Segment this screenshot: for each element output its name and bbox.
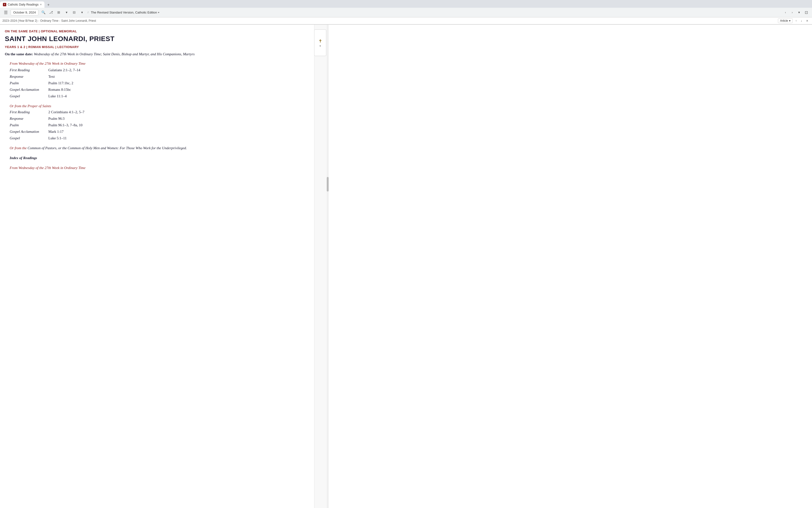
reading-row: Gospel Acclamation Romans 8:15bc (10, 88, 307, 92)
browser-toolbar: ☰ October 9, 2024 🔍 ⎇ ⊞ ▾ ⊟ ▾ // The Rev… (0, 8, 812, 17)
nav-widget: ✝ ▼ (314, 30, 326, 56)
or-from-common: Or from the Common of Pastors, or the Co… (10, 146, 307, 150)
bottom-section-title: From Wednesday of the 27th Week in Ordin… (10, 166, 307, 170)
reading-row: Response Psalm 96:3 (10, 117, 307, 121)
label-first-reading-1: First Reading (10, 68, 48, 72)
value-response-2: Psalm 96:3 (48, 117, 65, 121)
article-nav-up[interactable]: ↑ (794, 18, 799, 23)
label-response-2: Response (10, 117, 48, 121)
section-1-title: From Wednesday of the 27th Week in Ordin… (10, 61, 307, 66)
nav-forward-button[interactable]: › (789, 10, 795, 15)
value-gospel-2: Luke 5:1–11 (48, 136, 67, 140)
reading-row: Psalm Psalm 117:1bc, 2 (10, 81, 307, 85)
nav-widget-label: ▼ (319, 45, 321, 47)
share-button[interactable]: ⎇ (48, 9, 54, 16)
version-selector[interactable]: The Revised Standard Version, Catholic E… (91, 11, 159, 14)
content-area: ON THE SAME DATE | OPTIONAL MEMORIAL SAI… (0, 25, 314, 508)
breadcrumb-saint[interactable]: Saint John Leonardi, Priest (61, 19, 96, 23)
tab-close-button[interactable]: × (40, 3, 42, 6)
tab-title: Catholic Daily Readings (8, 3, 38, 6)
label-response-1: Response (10, 75, 48, 79)
toolbar-icons: 🔍 ⎇ ⊞ ▾ ⊟ ▾ (40, 9, 85, 16)
toolbar-right: ‹ › ▾ ⊡ (782, 9, 810, 16)
columns-button[interactable]: ⊟ (71, 9, 78, 16)
section-proper-of-saints: Or from the Proper of Saints First Readi… (10, 104, 307, 140)
breadcrumb-sep-2: › (60, 19, 61, 22)
layout-toggle-button[interactable]: ⊡ (803, 9, 810, 16)
article-close-button[interactable]: × (805, 18, 810, 23)
toolbar-separator: // (87, 11, 89, 14)
browser-chrome: ✝ Catholic Daily Readings × + ☰ October … (0, 0, 812, 25)
view-button[interactable]: ⊞ (55, 9, 62, 16)
section-wednesday: From Wednesday of the 27th Week in Ordin… (10, 61, 307, 98)
breadcrumb-ordinary[interactable]: Ordinary Time (40, 19, 58, 23)
reading-row: First Reading 2 Corinthians 4:1–2, 5–7 (10, 110, 307, 114)
value-gospel-acclamation-1: Romans 8:15bc (48, 88, 71, 92)
version-text: The Revised Standard Version, Catholic E… (91, 11, 157, 14)
hamburger-icon: ☰ (4, 10, 8, 15)
label-gospel-acclamation-2: Gospel Acclamation (10, 130, 48, 134)
article-label: Article (780, 19, 788, 23)
reading-row: Psalm Psalm 96:1–3, 7–8a, 10 (10, 123, 307, 127)
or-from-prefix: Or from the (10, 146, 28, 150)
search-button[interactable]: 🔍 (40, 9, 47, 16)
value-psalm-2: Psalm 96:1–3, 7–8a, 10 (48, 123, 82, 127)
reading-row: Response Text (10, 75, 307, 79)
or-from-common-text: Common of Pastors, or the Common of Holy… (28, 146, 187, 150)
reading-row: Gospel Acclamation Mark 1:17 (10, 130, 307, 134)
breadcrumb-sep-1: › (38, 19, 39, 22)
label-gospel-acclamation-1: Gospel Acclamation (10, 88, 48, 92)
value-first-reading-2: 2 Corinthians 4:1–2, 5–7 (48, 110, 84, 114)
label-first-reading-2: First Reading (10, 110, 48, 114)
columns-dropdown[interactable]: ▾ (79, 9, 85, 16)
same-date-text: On the same date: Wednesday of the 27th … (5, 52, 307, 56)
date-display[interactable]: October 9, 2024 (11, 9, 38, 15)
label-gospel-1: Gospel (10, 94, 48, 98)
nav-dropdown-button[interactable]: ▾ (796, 10, 802, 15)
menu-button[interactable]: ☰ (2, 9, 9, 16)
label-psalm-1: Psalm (10, 81, 48, 85)
memorial-label: ON THE SAME DATE | OPTIONAL MEMORIAL (5, 30, 307, 33)
value-psalm-1: Psalm 117:1bc, 2 (48, 81, 73, 85)
favicon-cross-icon: ✝ (4, 3, 6, 6)
nav-widget-cross-icon: ✝ (318, 38, 322, 44)
tab-bar: ✝ Catholic Daily Readings × + (0, 0, 812, 8)
scrollbar-track[interactable] (327, 25, 329, 508)
new-tab-button[interactable]: + (45, 2, 51, 8)
value-gospel-acclamation-2: Mark 1:17 (48, 130, 64, 134)
breadcrumb-bar: 2023–2024 (Year B/Year 2) › Ordinary Tim… (0, 17, 812, 25)
section-bottom-title: From Wednesday of the 27th Week in Ordin… (10, 166, 307, 170)
reading-row: Gospel Luke 5:1–11 (10, 136, 307, 140)
section-index: Index of Readings (10, 156, 307, 160)
main-content: ON THE SAME DATE | OPTIONAL MEMORIAL SAI… (0, 25, 812, 508)
article-nav: ↑ ↓ (794, 18, 804, 23)
toolbar-left: ☰ October 9, 2024 🔍 ⎇ ⊞ ▾ ⊟ ▾ // The Rev… (2, 9, 159, 16)
article-arrow-icon: ▾ (789, 19, 790, 23)
scrollbar-thumb[interactable] (327, 177, 329, 192)
value-response-1: Text (48, 75, 54, 79)
article-button[interactable]: Article ▾ (778, 18, 793, 23)
reading-row: Gospel Luke 11:1–4 (10, 94, 307, 98)
index-of-readings-link[interactable]: Index of Readings (10, 156, 307, 160)
years-label: YEARS 1 & 2 | ROMAN MISSAL | LECTIONARY (5, 45, 307, 49)
version-dropdown-arrow: ▾ (158, 11, 159, 14)
active-tab[interactable]: ✝ Catholic Daily Readings × (0, 1, 44, 8)
sidebar-right: ✝ ▼ (314, 25, 329, 508)
section-common: Or from the Common of Pastors, or the Co… (10, 146, 307, 150)
view-dropdown[interactable]: ▾ (63, 9, 70, 16)
same-date-value: Wednesday of the 27th Week in Ordinary T… (34, 52, 195, 56)
label-gospel-2: Gospel (10, 136, 48, 140)
nav-back-button[interactable]: ‹ (782, 10, 788, 15)
reading-row: First Reading Galatians 2:1–2, 7–14 (10, 68, 307, 72)
article-nav-down[interactable]: ↓ (799, 18, 804, 23)
label-psalm-2: Psalm (10, 123, 48, 127)
breadcrumb-year[interactable]: 2023–2024 (Year B/Year 2) (2, 19, 37, 23)
or-from-proper: Or from the Proper of Saints (10, 104, 307, 108)
saint-title: SAINT JOHN LEONARDI, PRIEST (5, 35, 307, 43)
same-date-prefix: On the same date: (5, 52, 34, 56)
tab-favicon: ✝ (3, 3, 6, 6)
value-first-reading-1: Galatians 2:1–2, 7–14 (48, 68, 80, 72)
value-gospel-1: Luke 11:1–4 (48, 94, 67, 98)
